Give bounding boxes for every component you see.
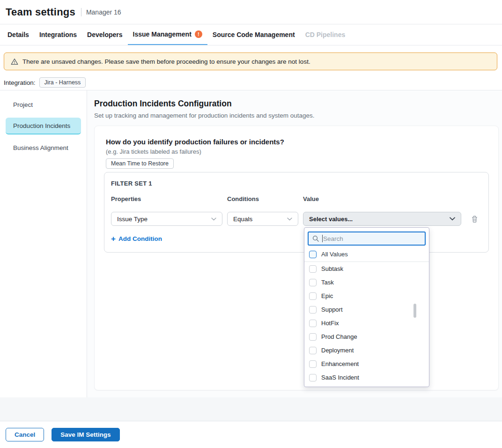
team-settings-page: Team settings Manager 16 Details Integra… xyxy=(0,0,502,448)
option-prod-change[interactable]: Prod Change xyxy=(308,330,426,343)
properties-select[interactable]: Issue Type xyxy=(111,212,222,226)
content-end-strip xyxy=(0,397,502,421)
tab-issue-management[interactable]: Issue Management ! xyxy=(128,24,207,45)
tab-developers[interactable]: Developers xyxy=(82,24,127,45)
team-name: Manager 16 xyxy=(86,8,121,16)
checkbox[interactable] xyxy=(309,320,317,327)
page-title: Team settings xyxy=(6,6,75,18)
dropdown-search[interactable] xyxy=(308,231,426,246)
filter-column-labels: Properties Conditions Value xyxy=(111,195,319,202)
header: Team settings Manager 16 xyxy=(0,0,502,24)
scrollbar-thumb[interactable] xyxy=(413,304,416,318)
trash-icon xyxy=(471,215,478,223)
filter-set-1: FILTER SET 1 Properties Conditions Value… xyxy=(104,172,489,253)
section-subtitle: Set up tracking and management for produ… xyxy=(94,112,315,119)
integration-chip[interactable]: Jira - Harness xyxy=(39,77,86,88)
option-deployment[interactable]: Deployment xyxy=(308,343,426,357)
plus-icon: + xyxy=(111,235,116,243)
sidebar-item-production-incidents[interactable]: Production Incidents xyxy=(6,118,81,134)
option-support[interactable]: Support xyxy=(308,303,426,316)
option-all-values[interactable]: All Values xyxy=(308,247,426,261)
save-im-settings-button[interactable]: Save IM Settings xyxy=(52,428,119,441)
option-task[interactable]: Task xyxy=(308,276,426,289)
filter-row: Issue Type Equals Select values... xyxy=(111,212,478,226)
checkbox[interactable] xyxy=(309,265,317,273)
footer-actions: Cancel Save IM Settings xyxy=(0,421,502,448)
properties-column-label: Properties xyxy=(111,195,227,202)
value-select-wrap: Select values... xyxy=(303,212,461,226)
metric-chip-mttr[interactable]: Mean Time to Restore xyxy=(106,158,174,169)
delete-filter-button[interactable] xyxy=(471,215,478,223)
section-title: Production Incidents Configuration xyxy=(94,99,232,109)
chevron-down-icon xyxy=(211,217,216,221)
integration-row: Integration: Jira - Harness xyxy=(4,76,86,89)
option-epic[interactable]: Epic xyxy=(308,289,426,303)
tab-details[interactable]: Details xyxy=(2,24,34,45)
value-dropdown-panel: All Values Subtask Task xyxy=(304,227,429,387)
banner-text: There are unsaved changes. Please save t… xyxy=(22,58,310,65)
integration-label: Integration: xyxy=(4,79,36,86)
question-hint: (e.g. Jira tickets labeled as failures) xyxy=(106,148,201,155)
checkbox[interactable] xyxy=(309,374,317,381)
tab-integrations[interactable]: Integrations xyxy=(34,24,82,45)
option-saas-incident[interactable]: SaaS Incident xyxy=(308,371,426,384)
conditions-select[interactable]: Equals xyxy=(227,212,298,226)
chevron-down-icon xyxy=(450,217,455,221)
title-divider xyxy=(81,8,81,16)
option-customer-notification[interactable]: Customer Notification xyxy=(308,384,426,387)
conditions-column-label: Conditions xyxy=(227,195,303,202)
checkbox[interactable] xyxy=(309,292,317,300)
search-icon xyxy=(312,235,319,242)
text-cursor xyxy=(322,235,323,242)
checkbox[interactable] xyxy=(309,279,317,286)
option-subtask[interactable]: Subtask xyxy=(308,262,426,276)
checkbox[interactable] xyxy=(309,347,317,354)
question-heading: How do you identify production failures … xyxy=(106,138,284,146)
search-input[interactable] xyxy=(323,235,421,242)
sidebar-item-business-alignment[interactable]: Business Alignment xyxy=(6,139,81,156)
chevron-down-icon xyxy=(287,217,292,221)
checkbox[interactable] xyxy=(309,333,317,341)
option-enhancement[interactable]: Enhancement xyxy=(308,357,426,371)
tab-source-code-management[interactable]: Source Code Management xyxy=(207,24,300,45)
sidebar-item-project[interactable]: Project xyxy=(6,96,81,113)
tab-bar: Details Integrations Developers Issue Ma… xyxy=(0,24,502,45)
incidents-config-card: How do you identify production failures … xyxy=(94,126,499,390)
filter-set-title: FILTER SET 1 xyxy=(111,180,152,187)
unsaved-warning-badge-icon: ! xyxy=(195,30,202,38)
all-values-checkbox[interactable] xyxy=(309,251,317,258)
value-column-label: Value xyxy=(303,195,319,202)
add-condition-button[interactable]: + Add Condition xyxy=(111,235,162,243)
checkbox[interactable] xyxy=(309,360,317,368)
tab-cd-pipelines: CD Pipelines xyxy=(300,24,351,45)
option-hotfix[interactable]: HotFix xyxy=(308,316,426,330)
cancel-button[interactable]: Cancel xyxy=(6,428,44,441)
sidebar: Project Production Incidents Business Al… xyxy=(0,90,87,397)
unsaved-changes-banner: There are unsaved changes. Please save t… xyxy=(4,52,497,70)
warning-triangle-icon xyxy=(11,58,18,65)
value-select[interactable]: Select values... xyxy=(303,212,461,226)
checkbox[interactable] xyxy=(309,306,317,314)
main-content: Production Incidents Configuration Set u… xyxy=(87,90,502,397)
